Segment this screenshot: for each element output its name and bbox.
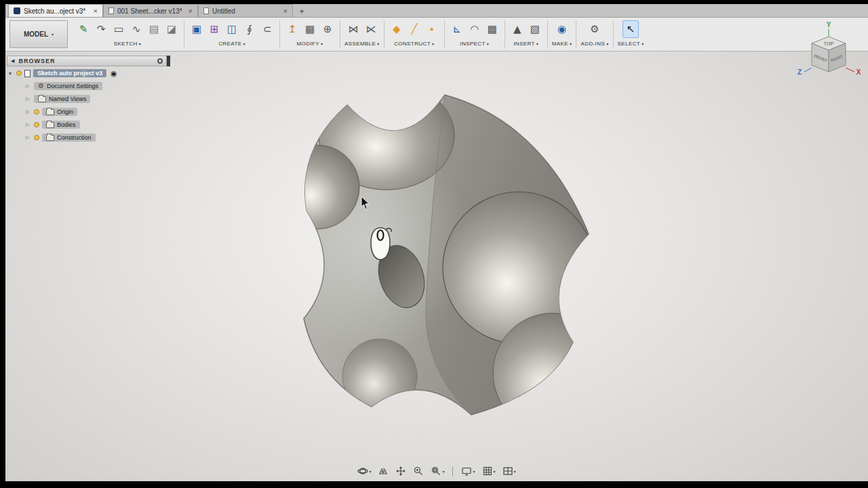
tree-row-named-views[interactable]: ▷ Named Views bbox=[24, 93, 167, 105]
sketch-trim-icon[interactable]: ◪ bbox=[163, 20, 180, 38]
select-tool-icon[interactable]: ↖ bbox=[623, 20, 639, 38]
visibility-bulb-icon[interactable] bbox=[34, 109, 39, 115]
collapse-panel-icon[interactable]: ◀ bbox=[11, 58, 14, 64]
move-icon[interactable]: ⊕ bbox=[319, 20, 336, 38]
decal-icon[interactable]: ▧ bbox=[527, 20, 543, 38]
assemble-menu[interactable]: ASSEMBLE ▾ bbox=[344, 41, 380, 47]
tree-node-label[interactable]: Named Views bbox=[34, 95, 90, 103]
as-built-joint-icon[interactable]: ⋉ bbox=[363, 20, 379, 38]
close-tab-icon[interactable]: × bbox=[94, 7, 98, 15]
expander-icon[interactable]: ▼ bbox=[7, 71, 14, 76]
close-tab-icon[interactable]: × bbox=[283, 7, 288, 15]
expander-icon[interactable]: ▷ bbox=[24, 109, 31, 115]
press-pull-icon[interactable]: ↥ bbox=[284, 20, 300, 38]
visibility-bulb-icon[interactable] bbox=[34, 135, 39, 140]
gear-icon: ⚙ bbox=[38, 83, 44, 89]
look-at-icon[interactable] bbox=[376, 465, 390, 477]
new-tab-button[interactable]: + bbox=[296, 5, 308, 17]
pattern-icon[interactable]: ◫ bbox=[224, 20, 240, 38]
offset-plane-icon[interactable]: ◆ bbox=[389, 20, 405, 38]
tree-row-root[interactable]: ▼ Sketch auto project v3 ◉ bbox=[7, 67, 167, 79]
orbit-icon[interactable]: ▾ bbox=[356, 465, 372, 477]
sketch-spline-icon[interactable]: ∿ bbox=[128, 20, 144, 38]
toolbar-separator bbox=[184, 20, 184, 49]
navbar-separator bbox=[452, 466, 453, 476]
toolbar-group-insert: ▲ ▧ INSERT ▾ bbox=[506, 18, 547, 51]
model-viewport[interactable]: ◀ BROWSER ▼ Sketch auto project v3 ◉ ▷ ⚙… bbox=[5, 52, 868, 481]
fit-icon[interactable]: ▾ bbox=[429, 465, 446, 477]
chevron-down-icon: ▾ bbox=[442, 469, 444, 474]
tree-node-label[interactable]: Bodies bbox=[42, 121, 80, 129]
document-icon bbox=[108, 7, 114, 14]
pipe-icon[interactable]: ⊂ bbox=[259, 20, 275, 38]
3d-print-icon[interactable]: ◉ bbox=[554, 20, 570, 38]
toolbar-group-construct: ◆ ╱ ∙ CONSTRUCT ▾ bbox=[385, 18, 443, 51]
modify-menu[interactable]: MODIFY ▾ bbox=[297, 41, 323, 47]
sketch-arc-icon[interactable]: ↷ bbox=[93, 20, 109, 38]
toolbar-group-modify: ↥ ▦ ⊕ MODIFY ▾ bbox=[281, 18, 339, 51]
visibility-bulb-icon[interactable] bbox=[34, 122, 39, 127]
y-axis-label: Y bbox=[827, 21, 831, 28]
view-cube[interactable]: Y TOP FRONT RIGHT X Z bbox=[795, 19, 863, 89]
zoom-icon[interactable] bbox=[412, 465, 425, 477]
panel-resize-handle[interactable] bbox=[167, 56, 170, 66]
viewports-icon[interactable]: ▾ bbox=[501, 465, 517, 477]
navigation-bar: ▾ ▾ bbox=[5, 465, 868, 477]
grid-snaps-icon[interactable]: ▾ bbox=[481, 465, 497, 477]
expander-icon[interactable]: ▷ bbox=[24, 122, 31, 127]
coil-icon[interactable]: ∮ bbox=[241, 20, 258, 38]
letterbox-left bbox=[0, 0, 5, 488]
construction-point-icon[interactable]: ∙ bbox=[424, 20, 440, 38]
insert-mesh-icon[interactable]: ▲ bbox=[509, 20, 526, 38]
select-menu[interactable]: SELECT ▾ bbox=[618, 41, 644, 47]
document-tab-3[interactable]: Untitled × bbox=[198, 4, 293, 17]
new-component-icon[interactable]: ▣ bbox=[189, 20, 205, 38]
joint-icon[interactable]: ⋈ bbox=[345, 20, 361, 38]
construct-menu[interactable]: CONSTRUCT ▾ bbox=[394, 41, 434, 47]
folder-icon bbox=[46, 135, 54, 141]
tree-row-document-settings[interactable]: ▷ ⚙ Document Settings bbox=[24, 80, 167, 92]
expander-icon[interactable]: ▷ bbox=[24, 96, 31, 102]
create-menu[interactable]: CREATE ▾ bbox=[218, 41, 245, 47]
toolbar: MODEL ▾ ✎ ↷ ▭ ∿ ▤ ◪ SKETCH ▾ ▣ ⊞ ◫ ∮ bbox=[5, 18, 868, 52]
display-settings-icon[interactable]: ▾ bbox=[460, 465, 476, 477]
addins-menu[interactable]: ADD-INS ▾ bbox=[580, 41, 608, 47]
lattice-icon[interactable]: ⊞ bbox=[206, 20, 222, 38]
panel-options-icon[interactable] bbox=[157, 58, 163, 64]
section-analysis-icon[interactable]: ▩ bbox=[484, 20, 500, 38]
browser-header[interactable]: ◀ BROWSER bbox=[7, 56, 167, 66]
scripts-addins-icon[interactable]: ⚙ bbox=[587, 20, 603, 38]
workspace-selector[interactable]: MODEL ▾ bbox=[9, 20, 68, 48]
toolbar-group-sketch: ✎ ↷ ▭ ∿ ▤ ◪ SKETCH ▾ bbox=[72, 18, 183, 51]
sketch-rectangle-icon[interactable]: ▭ bbox=[111, 20, 127, 38]
document-tab-1[interactable]: Sketch au...oject v3* × bbox=[8, 4, 103, 17]
tree-row-construction[interactable]: ▷ Construction bbox=[24, 131, 167, 144]
tree-node-label[interactable]: Construction bbox=[42, 134, 96, 142]
construction-axis-icon[interactable]: ╱ bbox=[406, 20, 422, 38]
measure-icon[interactable]: ⊾ bbox=[449, 20, 465, 38]
curvature-icon[interactable]: ◠ bbox=[467, 20, 483, 38]
tree-row-bodies[interactable]: ▷ Bodies bbox=[24, 119, 167, 131]
tree-node-label[interactable]: ⚙ Document Settings bbox=[34, 82, 102, 90]
close-tab-icon[interactable]: × bbox=[189, 7, 193, 15]
pan-icon[interactable] bbox=[394, 465, 408, 477]
hole-icon[interactable]: ▦ bbox=[302, 20, 318, 38]
expander-icon[interactable]: ▷ bbox=[24, 135, 31, 140]
root-node-label[interactable]: Sketch auto project v3 bbox=[33, 69, 106, 77]
create-sketch-icon[interactable]: ✎ bbox=[75, 20, 92, 38]
project-geometry-icon[interactable]: ▤ bbox=[146, 20, 162, 38]
toolbar-group-make: ◉ MAKE ▾ bbox=[549, 18, 576, 51]
tree-row-origin[interactable]: ▷ Origin bbox=[24, 106, 167, 118]
make-menu[interactable]: MAKE ▾ bbox=[552, 41, 572, 47]
inspect-menu[interactable]: INSPECT ▾ bbox=[460, 41, 489, 47]
document-icon bbox=[203, 7, 209, 14]
expander-icon[interactable]: ▷ bbox=[24, 83, 31, 89]
toolbar-separator bbox=[505, 20, 505, 49]
sketch-menu[interactable]: SKETCH ▾ bbox=[114, 41, 141, 47]
tree-node-label[interactable]: Origin bbox=[42, 108, 77, 116]
visibility-bulb-icon[interactable] bbox=[16, 70, 22, 76]
toolbar-separator bbox=[384, 20, 384, 49]
document-tab-2[interactable]: 001 Sheet...cker v13* × bbox=[103, 4, 198, 17]
insert-menu[interactable]: INSERT ▾ bbox=[513, 41, 538, 47]
letterbox-bottom bbox=[0, 481, 868, 488]
